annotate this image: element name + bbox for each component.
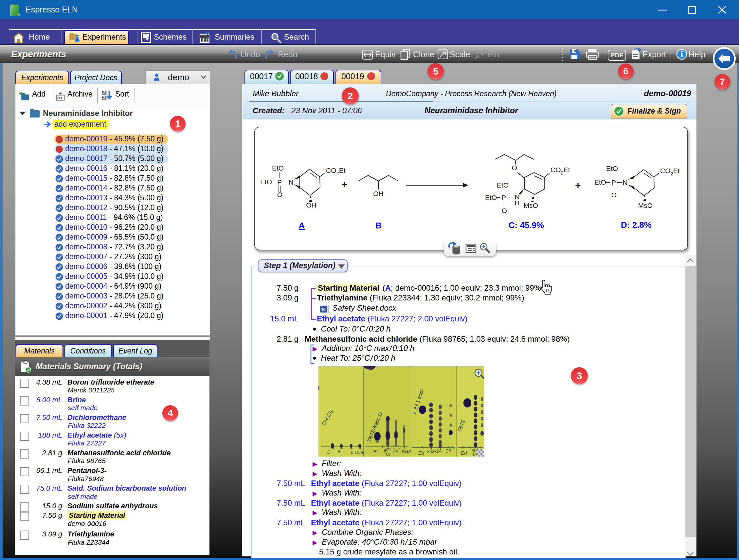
svg-text:OH: OH (373, 190, 384, 197)
svg-text:CO2Et: CO2Et (660, 167, 680, 176)
svg-text:D: 2.8%: D: 2.8% (621, 220, 651, 230)
svg-text:O: O (277, 191, 282, 198)
svg-text:EtO: EtO (260, 178, 272, 185)
svg-text:2A: 2A (393, 449, 399, 454)
svg-text:O: O (512, 164, 517, 171)
svg-text:H: H (514, 199, 520, 206)
svg-text:P: P (277, 178, 282, 186)
svg-text:CO2Et: CO2Et (551, 166, 570, 175)
svg-text:EtO: EtO (497, 181, 508, 189)
svg-text:C: 45.9%: C: 45.9% (508, 220, 544, 230)
svg-text:Ed: Ed (461, 450, 467, 456)
svg-text:EtO: EtO (606, 165, 618, 172)
svg-text:MsO: MsO (524, 201, 538, 209)
svg-text:EtO: EtO (272, 164, 284, 172)
svg-text:Ed: Ed (418, 450, 425, 456)
svg-text:W: W (321, 307, 326, 312)
svg-text:N: N (622, 179, 627, 186)
svg-text:B: B (376, 221, 382, 231)
svg-text:2A: 2A (445, 448, 452, 454)
svg-text:CO2Et: CO2Et (326, 167, 345, 176)
svg-text:EtO: EtO (485, 194, 497, 201)
svg-text:OH: OH (306, 201, 316, 209)
svg-text:O: O (611, 191, 617, 199)
svg-text:+: + (575, 180, 581, 191)
svg-text:O: O (502, 207, 507, 215)
svg-text:+: + (341, 179, 347, 190)
svg-text:El: El (374, 449, 378, 454)
svg-text:DsBr: DsBr (355, 450, 365, 455)
svg-text:1A: 1A (472, 452, 477, 456)
svg-text:1A: 1A (385, 452, 390, 456)
svg-text:P: P (611, 179, 616, 186)
svg-text:←0: ←0 (346, 450, 353, 455)
svg-text:P: P (501, 194, 506, 201)
svg-text:A: A (299, 221, 305, 231)
svg-text:DsBr: DsBr (402, 448, 412, 454)
svg-text:MsO: MsO (638, 201, 652, 209)
svg-text:802-1A: 802-1A (427, 448, 442, 454)
svg-text:A: A (103, 91, 106, 95)
svg-text:N: N (288, 178, 293, 186)
svg-text:Z: Z (103, 96, 105, 100)
svg-text:EtO: EtO (594, 178, 606, 186)
